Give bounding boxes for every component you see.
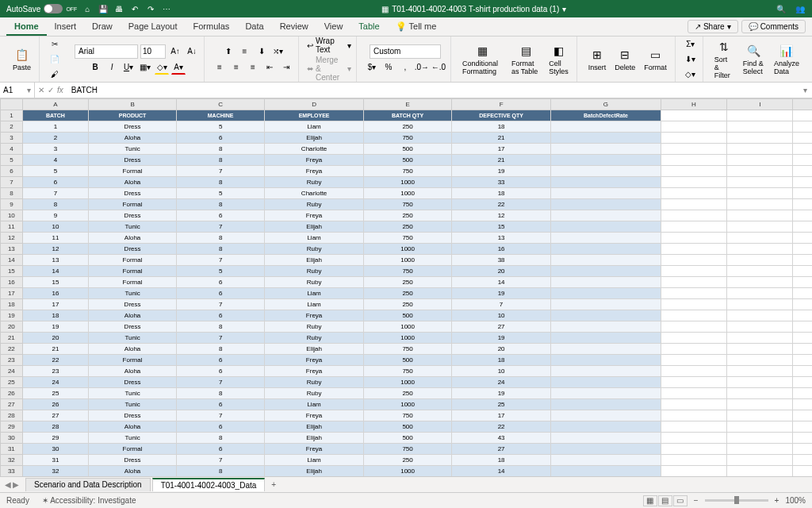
- currency-icon[interactable]: $▾: [365, 60, 379, 75]
- cell[interactable]: 500: [364, 421, 452, 433]
- cell[interactable]: 250: [364, 221, 452, 233]
- align-middle-icon[interactable]: ≡: [238, 44, 252, 59]
- cell[interactable]: Elijah: [265, 133, 364, 144]
- cell[interactable]: [793, 433, 812, 444]
- cell[interactable]: [793, 310, 812, 321]
- cell[interactable]: [551, 399, 661, 410]
- cell[interactable]: [793, 388, 812, 399]
- fill-color-button[interactable]: ◇▾: [155, 60, 169, 75]
- bold-button[interactable]: B: [88, 60, 102, 75]
- cell[interactable]: [661, 388, 726, 399]
- cell[interactable]: [793, 466, 812, 477]
- add-sheet-button[interactable]: +: [266, 479, 281, 491]
- column-header[interactable]: C: [177, 99, 265, 110]
- cell[interactable]: Aloha: [89, 310, 177, 321]
- cell[interactable]: [793, 255, 812, 266]
- cell[interactable]: 750: [364, 233, 452, 244]
- row-header[interactable]: 10: [1, 210, 23, 221]
- delete-cells-button[interactable]: ⊟Delete: [611, 45, 638, 73]
- insert-cells-button[interactable]: ⊞Insert: [585, 45, 610, 73]
- cell[interactable]: 25: [452, 399, 551, 410]
- cell[interactable]: 250: [364, 299, 452, 310]
- cell[interactable]: Ruby: [265, 266, 364, 277]
- cell[interactable]: 33: [452, 177, 551, 188]
- cell[interactable]: 11: [22, 233, 88, 244]
- ribbon-tab-table[interactable]: Table: [350, 18, 387, 36]
- cell[interactable]: 500: [364, 355, 452, 366]
- cell[interactable]: 1000: [364, 244, 452, 255]
- cell[interactable]: 19: [452, 388, 551, 399]
- zoom-in-icon[interactable]: +: [775, 496, 779, 505]
- cell[interactable]: Freya: [265, 166, 364, 177]
- cell[interactable]: [551, 133, 661, 144]
- table-header-cell[interactable]: PRODUCT: [89, 110, 177, 121]
- cell[interactable]: 500: [364, 433, 452, 444]
- cell[interactable]: [551, 310, 661, 321]
- cell[interactable]: [793, 155, 812, 166]
- zoom-slider[interactable]: [705, 499, 768, 502]
- column-header[interactable]: E: [364, 99, 452, 110]
- more-icon[interactable]: ⋯: [161, 3, 172, 14]
- cell[interactable]: 10: [452, 366, 551, 377]
- format-painter-icon[interactable]: 🖌: [48, 67, 62, 82]
- table-header-cell[interactable]: MACHINE: [177, 110, 265, 121]
- cell[interactable]: 28: [22, 421, 88, 433]
- cell[interactable]: [727, 266, 793, 277]
- cell[interactable]: [727, 221, 793, 233]
- cell[interactable]: 750: [364, 266, 452, 277]
- cell[interactable]: 19: [452, 333, 551, 344]
- cell[interactable]: [551, 366, 661, 377]
- ribbon-tab-view[interactable]: View: [316, 18, 351, 36]
- cell[interactable]: Dress: [89, 410, 177, 421]
- row-header[interactable]: 13: [1, 244, 23, 255]
- autosum-icon[interactable]: Σ▾: [684, 37, 698, 52]
- cell[interactable]: 1000: [364, 321, 452, 333]
- cell[interactable]: [727, 433, 793, 444]
- cell[interactable]: 7: [452, 299, 551, 310]
- cell[interactable]: 7: [177, 377, 265, 388]
- undo-icon[interactable]: ↶: [129, 3, 140, 14]
- cell[interactable]: [793, 410, 812, 421]
- cell[interactable]: 27: [452, 444, 551, 455]
- cell[interactable]: [551, 344, 661, 355]
- cell[interactable]: [793, 133, 812, 144]
- cell[interactable]: [661, 233, 726, 244]
- row-header[interactable]: 6: [1, 166, 23, 177]
- cell[interactable]: 6: [177, 288, 265, 299]
- cell[interactable]: [551, 421, 661, 433]
- cell[interactable]: [661, 199, 726, 210]
- cell[interactable]: 17: [452, 410, 551, 421]
- cell[interactable]: 1000: [364, 333, 452, 344]
- cell[interactable]: 19: [22, 321, 88, 333]
- cell[interactable]: Freya: [265, 155, 364, 166]
- cell[interactable]: 7: [177, 299, 265, 310]
- cell[interactable]: 9: [22, 210, 88, 221]
- cell[interactable]: [551, 333, 661, 344]
- cell[interactable]: 4: [22, 155, 88, 166]
- cell[interactable]: 750: [364, 199, 452, 210]
- cell[interactable]: 23: [22, 366, 88, 377]
- cell[interactable]: [793, 444, 812, 455]
- cell[interactable]: [727, 177, 793, 188]
- cell[interactable]: [551, 166, 661, 177]
- cell[interactable]: 10: [22, 221, 88, 233]
- cell[interactable]: [551, 233, 661, 244]
- cell[interactable]: [551, 288, 661, 299]
- cell[interactable]: 14: [452, 466, 551, 477]
- cell[interactable]: [727, 410, 793, 421]
- cell[interactable]: Elijah: [265, 466, 364, 477]
- cell[interactable]: 14: [22, 266, 88, 277]
- cell[interactable]: [661, 255, 726, 266]
- align-top-icon[interactable]: ⬆: [221, 44, 236, 59]
- row-header[interactable]: 3: [1, 133, 23, 144]
- cell[interactable]: [661, 366, 726, 377]
- cell[interactable]: 17: [452, 144, 551, 155]
- cell[interactable]: [727, 121, 793, 133]
- cell[interactable]: [551, 177, 661, 188]
- column-header[interactable]: A: [22, 99, 88, 110]
- cell[interactable]: 8: [177, 388, 265, 399]
- row-header[interactable]: 17: [1, 288, 23, 299]
- cell[interactable]: 27: [22, 410, 88, 421]
- cell[interactable]: [661, 355, 726, 366]
- cell[interactable]: Freya: [265, 444, 364, 455]
